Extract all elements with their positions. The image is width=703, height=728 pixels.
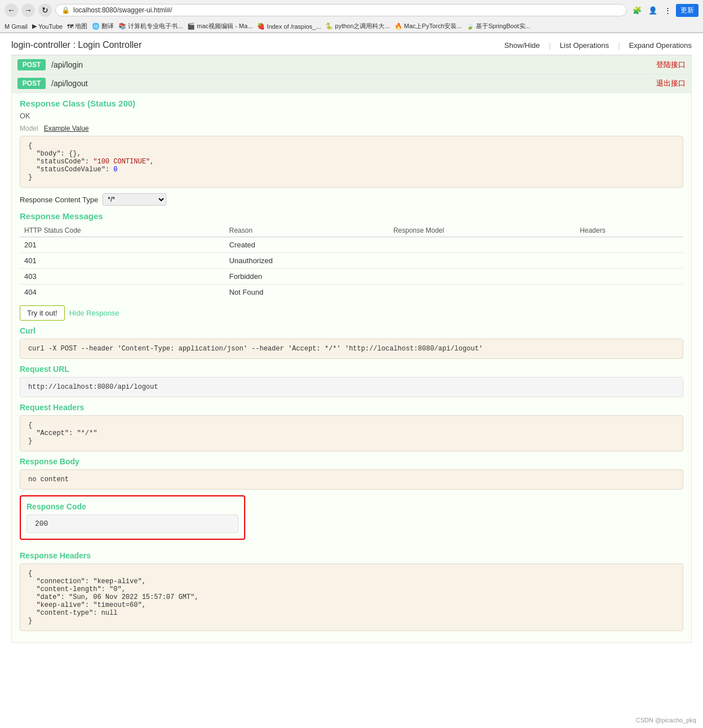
response-class-code: { "body": {}, "statusCode": "100 CONTINU… bbox=[20, 136, 683, 188]
col-status-code: HTTP Status Code bbox=[20, 224, 224, 237]
response-body-title: Response Body bbox=[20, 457, 683, 466]
bookmark-ebook[interactable]: 📚 计算机专业电子书... bbox=[118, 22, 183, 30]
controller-title: login-controller : Login Controller bbox=[11, 40, 142, 50]
headers-404 bbox=[576, 285, 683, 300]
back-button[interactable]: ← bbox=[5, 3, 18, 17]
headers-401 bbox=[576, 253, 683, 269]
spring-icon: 🍃 bbox=[466, 23, 474, 30]
model-label: Model bbox=[20, 125, 38, 132]
video-icon: 🎬 bbox=[187, 23, 195, 30]
endpoint-desc-login: 登陆接口 bbox=[656, 60, 686, 70]
table-row: 401 Unauthorized bbox=[20, 253, 683, 269]
post-badge-logout[interactable]: POST bbox=[17, 78, 46, 89]
reload-button[interactable]: ↻ bbox=[38, 3, 52, 17]
address-bar: 🔒 localhost:8080/swagger-ui.html#/ bbox=[55, 4, 627, 16]
model-201 bbox=[389, 237, 576, 253]
endpoint-login: POST /api/login 登陆接口 bbox=[11, 55, 692, 74]
reason-403: Forbidden bbox=[224, 269, 388, 285]
response-code-title: Response Code bbox=[26, 502, 238, 511]
expand-operations-link[interactable]: Expand Operations bbox=[629, 41, 692, 50]
extensions-button[interactable]: 🧩 bbox=[630, 5, 644, 16]
address-text[interactable]: localhost:8080/swagger-ui.html#/ bbox=[73, 6, 621, 14]
raspi-icon: 🍓 bbox=[257, 23, 265, 30]
status-401: 401 bbox=[20, 253, 224, 269]
response-content-type: Response Content Type */* application/js… bbox=[20, 193, 683, 206]
bookmark-springboot[interactable]: 🍃 基于SpringBoot实... bbox=[466, 22, 530, 30]
python-icon: 🐍 bbox=[325, 23, 333, 30]
bookmark-raspios[interactable]: 🍓 Index of /raspios_... bbox=[257, 23, 321, 30]
response-headers-value: { "connection": "keep-alive", "content-l… bbox=[20, 563, 683, 631]
table-row: 201 Created bbox=[20, 237, 683, 253]
translate-icon: 🌐 bbox=[92, 23, 100, 30]
response-class-title: Response Class (Status 200) bbox=[20, 99, 683, 108]
forward-button[interactable]: → bbox=[21, 3, 35, 17]
main-content: login-controller : Login Controller Show… bbox=[0, 33, 703, 654]
bookmarks-bar: M Gmail ▶ YouTube 🗺 地图 🌐 翻译 📚 计算机专业电子书..… bbox=[0, 20, 703, 33]
bookmark-youtube[interactable]: ▶ YouTube bbox=[32, 23, 63, 30]
book-icon: 📚 bbox=[118, 23, 126, 30]
youtube-icon: ▶ bbox=[32, 23, 37, 30]
reason-201: Created bbox=[224, 237, 388, 253]
hide-response-link[interactable]: Hide Response bbox=[69, 309, 120, 317]
browser-chrome: ← → ↻ 🔒 localhost:8080/swagger-ui.html#/… bbox=[0, 0, 703, 33]
controller-actions: Show/Hide | List Operations | Expand Ope… bbox=[505, 41, 692, 50]
bookmark-pytorch[interactable]: 🔥 Mac上PyTorch安装... bbox=[395, 22, 462, 30]
curl-title: Curl bbox=[20, 326, 683, 335]
model-401 bbox=[389, 253, 576, 269]
lock-icon: 🔒 bbox=[61, 6, 70, 14]
request-headers-title: Request Headers bbox=[20, 403, 683, 412]
browser-actions: 🧩 👤 ⋮ 更新 bbox=[630, 4, 698, 17]
status-403: 403 bbox=[20, 269, 224, 285]
response-messages-title: Response Messages bbox=[20, 211, 683, 221]
headers-201 bbox=[576, 237, 683, 253]
table-row: 403 Forbidden bbox=[20, 269, 683, 285]
try-row: Try it out! Hide Response bbox=[20, 305, 683, 321]
endpoint-path-login: /api/login bbox=[51, 60, 656, 69]
map-icon: 🗺 bbox=[67, 23, 73, 30]
bookmark-translate[interactable]: 🌐 翻译 bbox=[92, 22, 114, 30]
response-headers-title: Response Headers bbox=[20, 551, 683, 560]
divider1: | bbox=[549, 41, 550, 50]
example-value-tab[interactable]: Example Value bbox=[44, 125, 89, 132]
logout-section-content: Response Class (Status 200) OK Model Exa… bbox=[12, 92, 691, 642]
model-tabs: Model Example Value bbox=[20, 125, 683, 132]
response-ok-text: OK bbox=[20, 112, 683, 120]
endpoint-path-logout: /api/logout bbox=[51, 79, 656, 88]
curl-value: curl -X POST --header 'Content-Type: app… bbox=[20, 339, 683, 359]
table-row: 404 Not Found bbox=[20, 285, 683, 300]
response-code-wrapper: Response Code 200 bbox=[20, 495, 683, 545]
reason-404: Not Found bbox=[224, 285, 388, 300]
reason-401: Unauthorized bbox=[224, 253, 388, 269]
endpoint-logout-header: POST /api/logout 退出接口 bbox=[12, 74, 691, 92]
bookmark-video[interactable]: 🎬 mac视频编辑 - Ma... bbox=[187, 22, 253, 30]
response-code-value: 200 bbox=[26, 514, 238, 533]
response-body-value: no content bbox=[20, 469, 683, 490]
response-messages-table: HTTP Status Code Reason Response Model H… bbox=[20, 224, 683, 300]
request-url-value: http://localhost:8080/api/logout bbox=[20, 377, 683, 397]
pytorch-icon: 🔥 bbox=[395, 23, 403, 30]
col-headers: Headers bbox=[576, 224, 683, 237]
bookmark-python[interactable]: 🐍 python之调用科大... bbox=[325, 22, 390, 30]
controller-header: login-controller : Login Controller Show… bbox=[11, 33, 692, 55]
endpoint-login-header: POST /api/login 登陆接口 bbox=[12, 56, 691, 74]
col-model: Response Model bbox=[389, 224, 576, 237]
bookmark-map[interactable]: 🗺 地图 bbox=[67, 22, 87, 30]
response-ct-label: Response Content Type bbox=[20, 196, 98, 204]
list-operations-link[interactable]: List Operations bbox=[560, 41, 609, 50]
response-ct-select[interactable]: */* application/json text/plain bbox=[103, 193, 166, 206]
endpoint-desc-logout: 退出接口 bbox=[656, 78, 686, 88]
try-it-out-button[interactable]: Try it out! bbox=[20, 305, 65, 321]
status-404: 404 bbox=[20, 285, 224, 300]
headers-403 bbox=[576, 269, 683, 285]
profile-button[interactable]: 👤 bbox=[646, 5, 660, 16]
menu-button[interactable]: ⋮ bbox=[662, 5, 674, 16]
col-reason: Reason bbox=[224, 224, 388, 237]
status-201: 201 bbox=[20, 237, 224, 253]
request-headers-value: { "Accept": "*/*" } bbox=[20, 415, 683, 451]
post-badge-login[interactable]: POST bbox=[17, 59, 46, 70]
update-button[interactable]: 更新 bbox=[676, 4, 698, 17]
response-code-section: Response Code 200 bbox=[20, 495, 245, 540]
bookmark-gmail[interactable]: M Gmail bbox=[5, 23, 28, 30]
model-403 bbox=[389, 269, 576, 285]
show-hide-link[interactable]: Show/Hide bbox=[505, 41, 540, 50]
